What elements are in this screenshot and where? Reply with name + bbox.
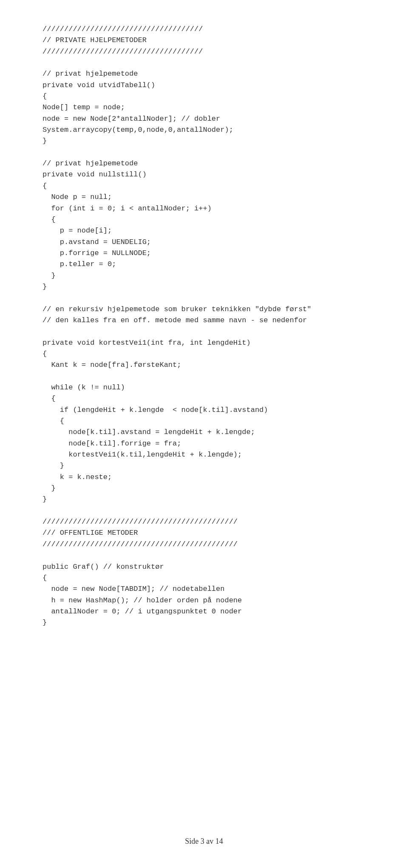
document-page: ///////////////////////////////////// //… <box>0 0 408 868</box>
page-footer: Side 3 av 14 <box>0 836 408 848</box>
code-listing: ///////////////////////////////////// //… <box>42 24 366 629</box>
